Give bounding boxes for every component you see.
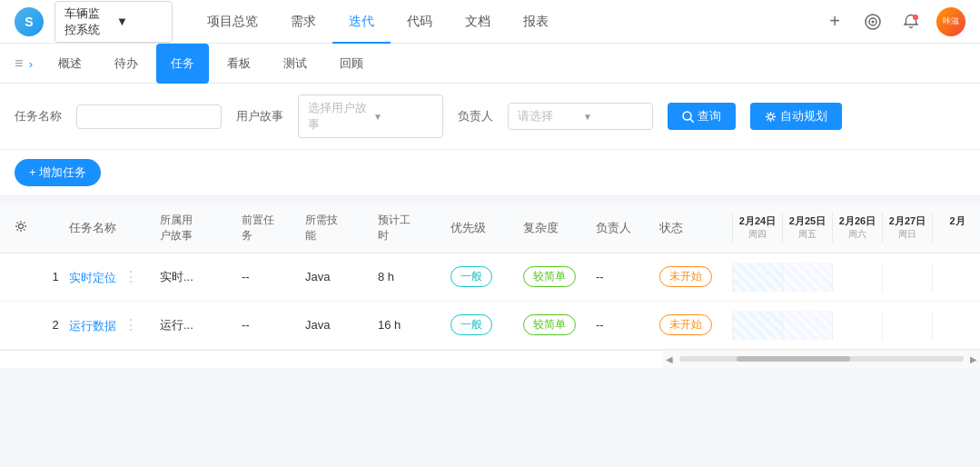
chevron-down-icon: ▼ bbox=[116, 15, 163, 28]
nav-item-iteration[interactable]: 迭代 bbox=[332, 0, 391, 44]
col-header-skill: 所需技能 bbox=[305, 213, 378, 243]
row1-assignee: -- bbox=[596, 270, 659, 283]
row2-estimate: 16 h bbox=[378, 318, 450, 332]
row2-gantt-slot-3 bbox=[832, 311, 882, 340]
nav-item-docs[interactable]: 文档 bbox=[449, 0, 507, 44]
target-icon bbox=[864, 13, 882, 31]
user-story-select[interactable]: 选择用户故事 ▼ bbox=[298, 94, 443, 138]
search-icon bbox=[682, 111, 694, 123]
notification-icon-button[interactable]: ! bbox=[898, 9, 924, 35]
table-row: 1 实时定位 ⋮ 实时... -- Java 8 h 一般 较简单 -- 未开始 bbox=[0, 253, 980, 302]
scroll-track[interactable] bbox=[679, 356, 964, 362]
row2-task-link[interactable]: 运行数据 bbox=[69, 319, 116, 333]
query-button[interactable]: 查询 bbox=[668, 103, 736, 130]
row2-assignee: -- bbox=[596, 318, 659, 332]
nav-item-overview[interactable]: 项目总览 bbox=[191, 0, 274, 44]
row1-story: 实时... bbox=[160, 269, 242, 285]
row1-priority-badge: 一般 bbox=[450, 266, 492, 287]
col-header-name: 任务名称 bbox=[69, 220, 160, 236]
scroll-left-arrow[interactable]: ◀ bbox=[663, 354, 676, 364]
assignee-label: 负责人 bbox=[458, 108, 493, 124]
settings-icon[interactable] bbox=[15, 220, 27, 233]
row1-pre: -- bbox=[242, 270, 305, 283]
target-icon-button[interactable] bbox=[860, 9, 886, 35]
svg-point-5 bbox=[683, 112, 691, 120]
second-nav-kanban[interactable]: 看板 bbox=[213, 44, 265, 84]
svg-point-7 bbox=[768, 114, 773, 119]
nav-item-requirements[interactable]: 需求 bbox=[274, 0, 332, 44]
gantt-day-4: 2月27日 周日 bbox=[882, 213, 932, 243]
svg-line-6 bbox=[690, 119, 694, 123]
task-name-label: 任务名称 bbox=[15, 108, 62, 124]
filter-bar: 任务名称 用户故事 选择用户故事 ▼ 负责人 请选择 ▼ 查询 自动规划 bbox=[0, 84, 980, 150]
row2-status-badge: 未开始 bbox=[659, 314, 712, 335]
action-bar: + 增加任务 bbox=[0, 150, 980, 196]
second-nav-overview[interactable]: 概述 bbox=[44, 44, 96, 84]
row1-task-link[interactable]: 实时定位 bbox=[69, 271, 116, 284]
second-nav-test[interactable]: 测试 bbox=[269, 44, 322, 84]
col-header-assignee: 负责人 bbox=[596, 220, 659, 236]
gantt-day-2: 2月25日 周五 bbox=[782, 213, 832, 243]
row2-pre: -- bbox=[242, 318, 305, 332]
svg-text:!: ! bbox=[915, 15, 916, 20]
row2-complexity: 较简单 bbox=[523, 314, 596, 335]
row2-name: 运行数据 ⋮ bbox=[69, 316, 160, 334]
table-left-spacer bbox=[0, 351, 663, 368]
table-header-row: 任务名称 所属用户故事 前置任务 所需技能 预计工时 优先级 复杂度 负责人 状… bbox=[0, 204, 980, 253]
nav-item-code[interactable]: 代码 bbox=[391, 0, 449, 44]
bell-icon: ! bbox=[902, 13, 920, 31]
table-scrollbar-area: ◀ ▶ bbox=[0, 350, 980, 368]
add-icon-button[interactable]: + bbox=[822, 9, 847, 35]
col-header-pre: 前置任务 bbox=[242, 213, 305, 243]
nav-right-icons: + ! 咔滋 bbox=[822, 7, 965, 36]
col-header-story: 所属用户故事 bbox=[160, 213, 242, 243]
second-navigation: ≡ › 概述 待办 任务 看板 测试 回顾 bbox=[0, 44, 980, 84]
row1-status: 未开始 bbox=[659, 266, 732, 287]
task-table: 任务名称 所属用户故事 前置任务 所需技能 预计工时 优先级 复杂度 负责人 状… bbox=[0, 204, 980, 368]
user-story-placeholder: 选择用户故事 bbox=[308, 100, 368, 133]
svg-point-8 bbox=[19, 224, 24, 229]
project-selector[interactable]: 车辆监控系统 ▼ bbox=[54, 1, 173, 43]
add-task-button[interactable]: + 增加任务 bbox=[15, 159, 101, 186]
row1-gantt-slot-5 bbox=[932, 263, 980, 292]
expand-icon[interactable]: ≡ › bbox=[15, 55, 33, 72]
row2-priority: 一般 bbox=[450, 314, 523, 335]
logo-area: S bbox=[15, 7, 44, 36]
row1-complexity: 较简单 bbox=[523, 266, 596, 287]
user-story-chevron: ▼ bbox=[373, 112, 433, 122]
nav-item-reports[interactable]: 报表 bbox=[507, 0, 565, 44]
row2-complexity-badge: 较简单 bbox=[523, 314, 576, 335]
gantt-day-5: 2月 bbox=[932, 213, 980, 243]
row2-more-icon[interactable]: ⋮ bbox=[124, 317, 138, 333]
row1-priority: 一般 bbox=[450, 266, 523, 287]
main-nav-links: 项目总览 需求 迭代 代码 文档 报表 bbox=[191, 0, 822, 44]
col-header-complexity: 复杂度 bbox=[523, 220, 596, 236]
table-row: 2 运行数据 ⋮ 运行... -- Java 16 h 一般 较简单 -- 未开… bbox=[0, 302, 980, 350]
row1-estimate: 8 h bbox=[378, 270, 450, 283]
col-header-priority: 优先级 bbox=[450, 220, 523, 236]
second-nav-pending[interactable]: 待办 bbox=[100, 44, 153, 84]
row2-gantt bbox=[732, 311, 965, 340]
row2-gantt-slot-2 bbox=[782, 311, 832, 340]
gantt-scrollbar: ◀ ▶ bbox=[663, 351, 980, 368]
col-header-settings bbox=[15, 220, 42, 235]
row1-skill: Java bbox=[305, 270, 378, 283]
row1-status-badge: 未开始 bbox=[659, 266, 712, 287]
scroll-thumb[interactable] bbox=[737, 356, 850, 362]
second-nav-review[interactable]: 回顾 bbox=[325, 44, 378, 84]
second-nav-task[interactable]: 任务 bbox=[156, 44, 209, 84]
assignee-select[interactable]: 请选择 ▼ bbox=[508, 103, 653, 130]
col-header-gantt: 2月24日 周四 2月25日 周五 2月26日 周六 2月27日 周日 2月 bbox=[732, 213, 965, 243]
row2-status: 未开始 bbox=[659, 314, 732, 335]
app-logo[interactable]: S bbox=[15, 7, 44, 36]
project-name: 车辆监控系统 bbox=[64, 5, 111, 38]
scroll-right-arrow[interactable]: ▶ bbox=[967, 354, 980, 364]
auto-plan-button[interactable]: 自动规划 bbox=[750, 103, 842, 130]
user-story-label: 用户故事 bbox=[236, 108, 283, 124]
row2-gantt-slot-1 bbox=[732, 311, 782, 340]
row2-num: 2 bbox=[42, 318, 69, 332]
task-name-input[interactable] bbox=[76, 104, 222, 129]
user-avatar[interactable]: 咔滋 bbox=[936, 7, 965, 36]
assignee-placeholder: 请选择 bbox=[518, 108, 578, 124]
row1-more-icon[interactable]: ⋮ bbox=[124, 269, 138, 284]
